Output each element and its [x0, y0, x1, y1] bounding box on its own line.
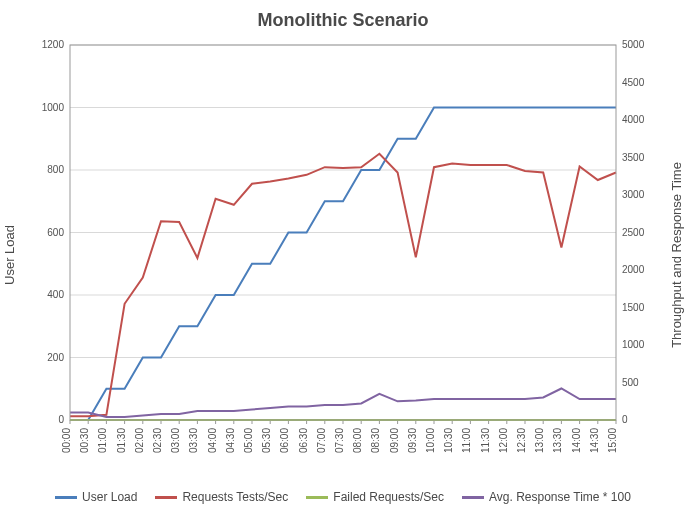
- svg-text:02:00: 02:00: [134, 428, 145, 453]
- svg-text:200: 200: [47, 352, 64, 363]
- svg-text:01:30: 01:30: [116, 428, 127, 453]
- svg-text:03:00: 03:00: [170, 428, 181, 453]
- y2-axis-label: Throughput and Response Time: [669, 162, 684, 348]
- svg-text:08:00: 08:00: [352, 428, 363, 453]
- svg-text:05:00: 05:00: [243, 428, 254, 453]
- legend-swatch-icon: [306, 496, 328, 499]
- svg-text:4000: 4000: [622, 114, 645, 125]
- svg-text:05:30: 05:30: [261, 428, 272, 453]
- chart-container: Monolithic Scenario User Load Throughput…: [0, 0, 686, 510]
- svg-text:15:00: 15:00: [607, 428, 618, 453]
- svg-text:10:30: 10:30: [443, 428, 454, 453]
- svg-text:01:00: 01:00: [97, 428, 108, 453]
- legend-label: User Load: [82, 490, 137, 504]
- legend-label: Failed Requests/Sec: [333, 490, 444, 504]
- svg-text:00:00: 00:00: [61, 428, 72, 453]
- legend-swatch-icon: [55, 496, 77, 499]
- svg-text:03:30: 03:30: [188, 428, 199, 453]
- svg-text:11:30: 11:30: [480, 428, 491, 453]
- y1-axis-label: User Load: [2, 225, 17, 285]
- series-line: [70, 108, 616, 421]
- svg-text:1000: 1000: [42, 102, 65, 113]
- svg-text:00:30: 00:30: [79, 428, 90, 453]
- svg-text:10:00: 10:00: [425, 428, 436, 453]
- svg-text:5000: 5000: [622, 39, 645, 50]
- svg-text:2000: 2000: [622, 264, 645, 275]
- legend-item-resptime: Avg. Response Time * 100: [462, 490, 631, 504]
- legend: User Load Requests Tests/Sec Failed Requ…: [0, 490, 686, 504]
- svg-text:4500: 4500: [622, 77, 645, 88]
- svg-text:08:30: 08:30: [370, 428, 381, 453]
- series-line: [70, 389, 616, 418]
- svg-text:13:00: 13:00: [534, 428, 545, 453]
- svg-text:09:30: 09:30: [407, 428, 418, 453]
- svg-text:12:30: 12:30: [516, 428, 527, 453]
- legend-item-requests: Requests Tests/Sec: [155, 490, 288, 504]
- chart-title: Monolithic Scenario: [0, 10, 686, 31]
- svg-text:02:30: 02:30: [152, 428, 163, 453]
- chart-svg: 020040060080010001200 050010001500200025…: [70, 45, 616, 420]
- legend-item-userload: User Load: [55, 490, 137, 504]
- svg-text:500: 500: [622, 377, 639, 388]
- legend-swatch-icon: [462, 496, 484, 499]
- svg-text:12:00: 12:00: [498, 428, 509, 453]
- svg-text:11:00: 11:00: [461, 428, 472, 453]
- svg-text:800: 800: [47, 164, 64, 175]
- legend-label: Avg. Response Time * 100: [489, 490, 631, 504]
- svg-text:04:30: 04:30: [225, 428, 236, 453]
- svg-text:14:30: 14:30: [589, 428, 600, 453]
- svg-text:14:00: 14:00: [571, 428, 582, 453]
- svg-text:0: 0: [58, 414, 64, 425]
- svg-text:1000: 1000: [622, 339, 645, 350]
- svg-text:0: 0: [622, 414, 628, 425]
- svg-text:600: 600: [47, 227, 64, 238]
- svg-text:1500: 1500: [622, 302, 645, 313]
- legend-item-failed: Failed Requests/Sec: [306, 490, 444, 504]
- series-line: [70, 154, 616, 417]
- svg-text:07:30: 07:30: [334, 428, 345, 453]
- svg-text:04:00: 04:00: [207, 428, 218, 453]
- legend-label: Requests Tests/Sec: [182, 490, 288, 504]
- svg-text:1200: 1200: [42, 39, 65, 50]
- svg-text:09:00: 09:00: [389, 428, 400, 453]
- svg-text:3500: 3500: [622, 152, 645, 163]
- plot-area: 020040060080010001200 050010001500200025…: [70, 45, 616, 420]
- svg-text:2500: 2500: [622, 227, 645, 238]
- svg-text:07:00: 07:00: [316, 428, 327, 453]
- svg-text:3000: 3000: [622, 189, 645, 200]
- svg-text:06:30: 06:30: [298, 428, 309, 453]
- legend-swatch-icon: [155, 496, 177, 499]
- svg-text:400: 400: [47, 289, 64, 300]
- svg-text:06:00: 06:00: [279, 428, 290, 453]
- svg-text:13:30: 13:30: [552, 428, 563, 453]
